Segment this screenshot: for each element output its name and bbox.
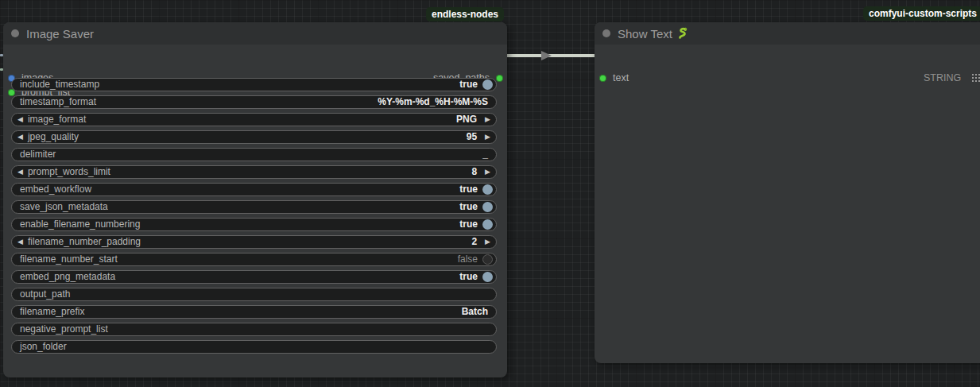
output-slot-string[interactable]: STRING [924,70,961,86]
widget-label: embed_workflow [20,184,91,195]
widget-row-timestamp_format[interactable]: timestamp_format %Y-%m-%d_%H-%M-%S [11,95,497,109]
decrement-arrow-icon[interactable]: ◀ [17,114,23,126]
badge-comfyui-custom-scripts: comfyui-custom-scripts [863,6,980,21]
collapse-dot-icon[interactable] [602,29,610,37]
snake-emoji-icon [677,27,690,40]
widget-label: filename_number_start [20,253,118,265]
widget-label: delimiter [20,149,56,161]
widget-label: filename_number_padding [28,236,141,248]
widget-label: embed_png_metadata [20,271,115,283]
widget-value: %Y-%m-%d_%H-%M-%S [378,96,488,108]
increment-arrow-icon[interactable]: ▶ [485,114,490,126]
widget-value: true [459,271,478,283]
toggle-icon[interactable] [482,272,493,282]
node-image-saver[interactable]: Image Saver images prompt_list saved_pat… [3,22,507,377]
widget-row-enable_filename_numbering[interactable]: enable_filename_numbering true [11,218,497,231]
node-graph-canvas[interactable]: { "badges": { "endless_nodes": "endless-… [0,0,980,387]
collapse-dot-icon[interactable] [11,29,19,37]
widget-label: jpeg_quality [28,131,79,143]
node-show-text[interactable]: Show Text text STRING [595,22,980,363]
decrement-arrow-icon[interactable]: ◀ [17,166,23,178]
widget-row-filename_number_padding[interactable]: ◀ filename_number_padding 2 ▶ [11,235,497,249]
widget-row-embed_workflow[interactable]: embed_workflow true [11,183,497,196]
widget-row-filename_prefix[interactable]: filename_prefix Batch [11,305,497,319]
widget-label: image_format [28,114,86,126]
widget-label: negative_prompt_list [20,323,108,335]
toggle-icon[interactable] [482,184,493,195]
input-slot-text[interactable]: text [599,70,629,86]
link-arrow-icon [541,51,552,60]
input-dot-icon[interactable] [599,75,606,82]
output-dot-icon[interactable] [496,75,503,82]
badge-endless-nodes: endless-nodes [426,7,504,21]
widget-value: false [458,253,478,265]
widget-label: save_json_metadata [20,201,108,213]
widget-row-json_folder[interactable]: json_folder [11,340,497,354]
widget-row-prompt_words_limit[interactable]: ◀ prompt_words_limit 8 ▶ [11,165,497,179]
widget-label: timestamp_format [20,96,96,108]
increment-arrow-icon[interactable]: ▶ [485,236,490,248]
increment-arrow-icon[interactable]: ▶ [485,131,490,143]
input-slot-label: text [613,72,629,83]
widget-value: Batch [462,306,488,318]
widget-row-embed_png_metadata[interactable]: embed_png_metadata true [11,270,497,284]
widget-value: true [459,219,478,230]
grid-output-icon[interactable] [971,73,980,82]
widget-row-jpeg_quality[interactable]: ◀ jpeg_quality 95 ▶ [11,130,497,144]
widget-list: include_timestamp true timestamp_format … [11,78,497,358]
output-slot-label: STRING [924,72,961,83]
widget-label: filename_prefix [20,306,84,318]
link-saved-paths-to-text[interactable] [504,54,600,57]
widget-row-include_timestamp[interactable]: include_timestamp true [11,78,497,91]
widget-row-filename_number_start[interactable]: filename_number_start false [11,253,497,266]
increment-arrow-icon[interactable]: ▶ [485,166,490,178]
widget-row-save_json_metadata[interactable]: save_json_metadata true [11,200,497,214]
node-title: Image Saver [26,27,94,41]
widget-value: 8 [471,166,477,178]
widget-value: _ [482,149,488,161]
widget-value: PNG [456,114,477,126]
toggle-icon[interactable] [482,219,493,230]
toggle-icon[interactable] [482,202,493,212]
toggle-icon[interactable] [482,254,493,265]
decrement-arrow-icon[interactable]: ◀ [17,236,23,248]
node-image-saver-header[interactable]: Image Saver [3,22,507,45]
widget-row-delimiter[interactable]: delimiter _ [11,148,497,161]
widget-label: enable_filename_numbering [20,219,140,230]
widget-value: true [459,201,478,213]
decrement-arrow-icon[interactable]: ◀ [17,131,23,143]
node-title: Show Text [618,27,690,41]
widget-label: output_path [20,288,70,300]
widget-label: json_folder [20,341,67,353]
widget-label: include_timestamp [20,79,99,91]
widget-row-image_format[interactable]: ◀ image_format PNG ▶ [11,113,497,126]
widget-value: 95 [467,131,477,143]
node-show-text-header[interactable]: Show Text [595,22,980,45]
widget-value: true [459,184,478,195]
widget-row-negative_prompt_list[interactable]: negative_prompt_list [11,323,497,336]
widget-value: 2 [471,236,477,248]
widget-value: true [459,79,478,91]
widget-label: prompt_words_limit [28,166,110,178]
toggle-icon[interactable] [482,79,493,90]
widget-row-output_path[interactable]: output_path [11,288,497,301]
